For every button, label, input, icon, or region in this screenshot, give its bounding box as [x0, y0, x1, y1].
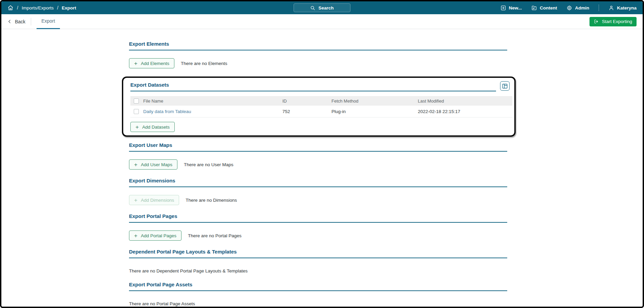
add-datasets-label: Add Datasets [142, 125, 170, 130]
plus-icon: + [135, 124, 139, 130]
content-icon [531, 5, 537, 11]
section-export-dimensions: Export Dimensions + Add Dimensions There… [129, 178, 507, 205]
section-rule [129, 50, 507, 50]
column-id: ID [282, 98, 331, 104]
plus-icon: + [134, 233, 137, 239]
app-window: / Imports/Exports / Export Search New... [0, 0, 644, 308]
nav-divider [599, 4, 599, 11]
add-datasets-button[interactable]: + Add Datasets [130, 122, 175, 132]
section-title: Export Portal Pages [129, 213, 507, 219]
add-portal-pages-label: Add Portal Pages [141, 233, 176, 238]
breadcrumb: / Imports/Exports / Export [7, 5, 76, 11]
add-user-maps-label: Add User Maps [141, 162, 172, 167]
page-toolbar: Back Export Start Exporting [1, 14, 643, 29]
top-navbar: / Imports/Exports / Export Search New... [1, 1, 643, 14]
start-exporting-button[interactable]: Start Exporting [589, 17, 637, 26]
section-title: Export Elements [129, 41, 507, 47]
export-icon [594, 19, 599, 24]
content-label: Content [540, 5, 557, 10]
empty-user-maps-text: There are no User Maps [184, 162, 233, 167]
section-title: Export Portal Page Assets [129, 282, 507, 287]
home-icon[interactable] [7, 5, 14, 11]
row-checkbox[interactable] [134, 109, 139, 114]
section-rule [129, 186, 507, 187]
datasets-table: File Name ID Fetch Method Last Modified … [130, 96, 512, 117]
plus-icon: + [134, 61, 137, 66]
datasets-table-header: File Name ID Fetch Method Last Modified [130, 96, 512, 106]
gear-icon [566, 5, 572, 11]
chevron-left-icon [7, 19, 12, 24]
admin-button[interactable]: Admin [566, 5, 589, 11]
add-dimensions-button[interactable]: + Add Dimensions [129, 195, 179, 205]
empty-portal-page-assets-text: There are no Portal Page Assets [129, 301, 507, 306]
dataset-last-modified: 2022-02-18 22:15:17 [418, 109, 512, 114]
toolbar-divider [31, 18, 31, 25]
section-rule [129, 151, 507, 152]
admin-label: Admin [575, 5, 589, 10]
content-button[interactable]: Content [531, 5, 557, 11]
section-dependent-layouts: Dependent Portal Page Layouts & Template… [129, 249, 507, 273]
add-elements-button[interactable]: + Add Elements [129, 58, 174, 68]
breadcrumb-item-export: Export [62, 5, 76, 10]
search-input[interactable]: Search [294, 3, 350, 12]
section-portal-page-assets: Export Portal Page Assets There are no P… [129, 282, 507, 306]
main-content: Export Elements + Add Elements There are… [1, 29, 643, 308]
user-name-label: Kateryna [617, 5, 637, 10]
empty-portal-pages-text: There are no Portal Pages [188, 233, 241, 238]
empty-dimensions-text: There are no Dimensions [186, 198, 237, 203]
add-portal-pages-button[interactable]: + Add Portal Pages [129, 230, 181, 241]
user-menu[interactable]: Kateryna [608, 5, 637, 11]
empty-dependent-layouts-text: There are no Dependent Portal Page Layou… [129, 268, 507, 273]
new-button[interactable]: New... [500, 5, 522, 11]
section-rule [129, 222, 507, 223]
plus-icon: + [134, 162, 137, 168]
start-exporting-label: Start Exporting [602, 19, 632, 24]
section-rule [129, 290, 507, 291]
plus-square-icon [500, 5, 506, 11]
section-rule [130, 91, 496, 91]
breadcrumb-item-imports-exports[interactable]: Imports/Exports [22, 5, 54, 10]
section-title: Export User Maps [129, 142, 507, 148]
dataset-link[interactable]: Daily data from Tableau [143, 109, 191, 114]
tab-export[interactable]: Export [37, 14, 60, 29]
new-label: New... [509, 5, 522, 10]
search-label: Search [318, 5, 334, 10]
add-user-maps-button[interactable]: + Add User Maps [129, 159, 177, 170]
section-export-datasets-highlight: Export Datasets File Name [122, 76, 516, 137]
dataset-fetch-method: Plug-in [331, 109, 418, 114]
section-title: Export Dimensions [129, 178, 507, 183]
user-icon [608, 5, 614, 11]
add-elements-label: Add Elements [141, 61, 169, 66]
section-export-elements: Export Elements + Add Elements There are… [129, 41, 507, 68]
section-export-user-maps: Export User Maps + Add User Maps There a… [129, 142, 507, 170]
empty-elements-text: There are no Elements [181, 61, 227, 66]
section-rule [129, 258, 507, 258]
dataset-id: 752 [282, 109, 331, 114]
table-columns-button[interactable] [500, 81, 510, 91]
table-row: Daily data from Tableau 752 Plug-in 2022… [130, 106, 512, 117]
section-export-portal-pages: Export Portal Pages + Add Portal Pages T… [129, 213, 507, 241]
column-fetch-method: Fetch Method [331, 98, 418, 104]
table-icon [502, 84, 508, 89]
plus-icon: + [134, 197, 137, 203]
nav-actions: New... Content Admin [500, 4, 637, 11]
section-title: Export Datasets [130, 82, 496, 88]
column-file-name: File Name [143, 98, 163, 104]
select-all-checkbox[interactable] [134, 98, 139, 104]
breadcrumb-separator: / [57, 5, 58, 10]
section-title: Dependent Portal Page Layouts & Template… [129, 249, 507, 255]
tab-export-label: Export [41, 18, 55, 24]
search-icon [310, 5, 315, 10]
back-label: Back [15, 19, 25, 24]
back-button[interactable]: Back [7, 19, 25, 24]
add-dimensions-label: Add Dimensions [141, 198, 174, 203]
column-last-modified: Last Modified [418, 98, 512, 104]
breadcrumb-separator: / [17, 5, 18, 10]
